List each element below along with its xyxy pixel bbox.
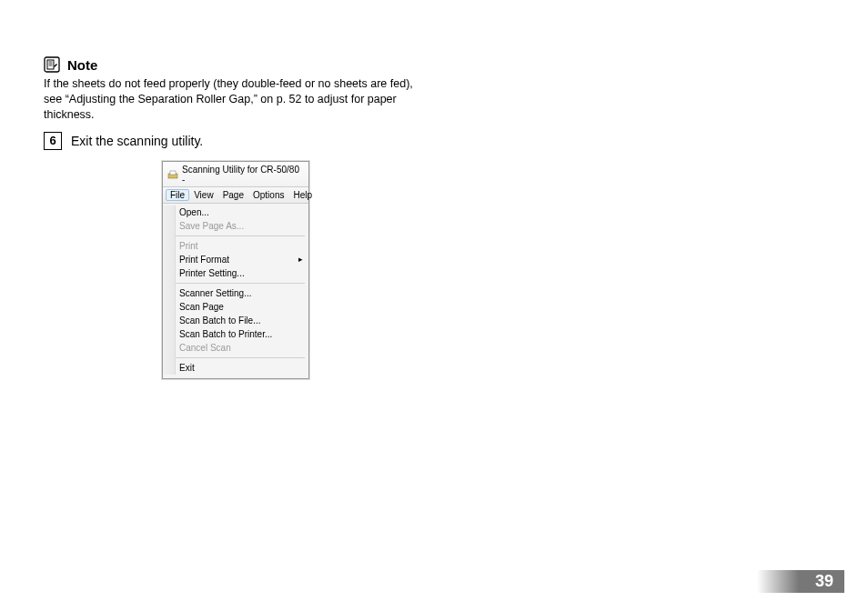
note-body: If the sheets do not feed properly (they… bbox=[44, 76, 426, 123]
menubar[interactable]: File View Page Options Help bbox=[163, 187, 308, 204]
svg-rect-6 bbox=[170, 171, 176, 175]
menu-item-scan-batch-file[interactable]: Scan Batch to File... bbox=[163, 314, 308, 327]
app-icon bbox=[167, 169, 178, 180]
menu-item-printer-setting[interactable]: Printer Setting... bbox=[163, 266, 308, 280]
step-number-box: 6 bbox=[44, 132, 62, 150]
window-scanning-utility: Scanning Utility for CR-50/80 - File Vie… bbox=[162, 161, 309, 379]
menu-item-scan-page[interactable]: Scan Page bbox=[163, 300, 308, 314]
menu-help[interactable]: Help bbox=[288, 189, 317, 201]
menu-item-save-page-as: Save Page As... bbox=[163, 219, 308, 233]
step-line: 6 Exit the scanning utility. bbox=[44, 132, 826, 150]
window-titlebar: Scanning Utility for CR-50/80 - bbox=[163, 162, 308, 187]
note-header: Note bbox=[44, 56, 826, 73]
menu-item-print: Print bbox=[163, 239, 308, 253]
menu-options[interactable]: Options bbox=[248, 189, 288, 201]
step-text: Exit the scanning utility. bbox=[71, 134, 203, 148]
menu-dropdown-file: Open... Save Page As... Print Print Form… bbox=[163, 204, 308, 378]
menu-page[interactable]: Page bbox=[218, 189, 248, 201]
menu-item-open[interactable]: Open... bbox=[163, 205, 308, 219]
menu-item-scan-batch-printer[interactable]: Scan Batch to Printer... bbox=[163, 327, 308, 341]
menu-view[interactable]: View bbox=[189, 189, 218, 201]
menu-item-cancel-scan: Cancel Scan bbox=[163, 341, 308, 355]
note-title: Note bbox=[67, 57, 97, 73]
window-title-text: Scanning Utility for CR-50/80 - bbox=[182, 165, 304, 185]
menu-item-exit[interactable]: Exit bbox=[163, 361, 308, 375]
menu-item-print-format[interactable]: Print Format ▸ bbox=[163, 253, 308, 266]
note-icon bbox=[44, 56, 60, 73]
menu-item-print-format-label: Print Format bbox=[179, 255, 229, 265]
page-number: 39 bbox=[799, 570, 844, 593]
svg-rect-1 bbox=[47, 60, 54, 69]
menu-file[interactable]: File bbox=[166, 189, 189, 201]
menu-item-scanner-setting[interactable]: Scanner Setting... bbox=[163, 286, 308, 300]
submenu-arrow-icon: ▸ bbox=[298, 255, 303, 264]
